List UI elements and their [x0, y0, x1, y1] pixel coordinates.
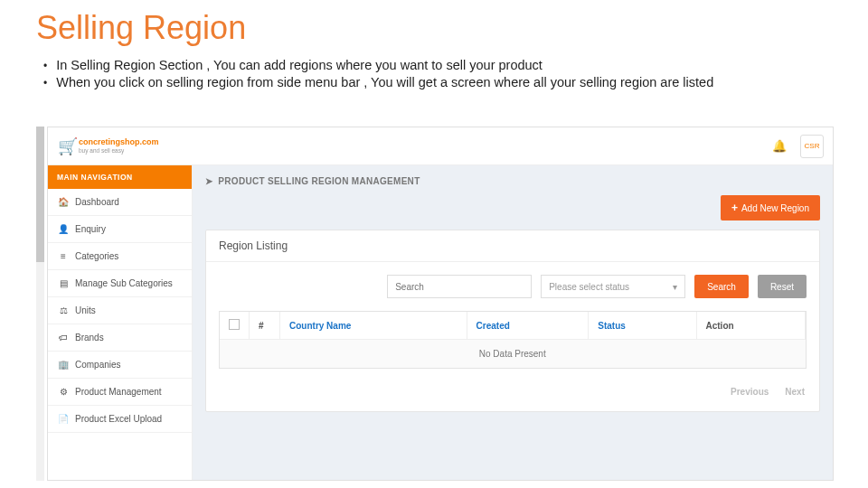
sidebar-item-subcategories[interactable]: ▤Manage Sub Categories — [48, 270, 192, 297]
app-screenshot: 🛒 concretingshop.com buy and sell easy 🔔… — [47, 127, 834, 481]
sidebar-item-label: Categories — [75, 251, 118, 261]
user-icon: 👤 — [57, 224, 70, 234]
select-all-checkbox[interactable] — [229, 319, 240, 330]
table-empty-row: No Data Present — [220, 340, 806, 369]
brand-name: concretingshop.com — [79, 137, 159, 146]
sidebar-item-categories[interactable]: ≡Categories — [48, 243, 192, 270]
column-country[interactable]: Country Name — [280, 312, 467, 340]
column-created[interactable]: Created — [467, 312, 589, 340]
sidebar-item-product-management[interactable]: ⚙Product Management — [48, 379, 192, 406]
column-number: # — [250, 312, 280, 340]
next-page-button[interactable]: Next — [785, 387, 805, 397]
brand-tagline: buy and sell easy — [79, 146, 159, 155]
list-icon: ≡ — [57, 251, 70, 261]
arrow-icon: ➤ — [205, 176, 212, 186]
sidebar-item-dashboard[interactable]: 🏠Dashboard — [48, 189, 192, 216]
card-title: Region Listing — [206, 230, 819, 262]
search-button[interactable]: Search — [694, 275, 749, 298]
app-header: 🛒 concretingshop.com buy and sell easy 🔔… — [48, 127, 833, 165]
sidebar-item-label: Dashboard — [75, 197, 119, 207]
sidebar-item-label: Product Management — [75, 387, 162, 397]
slide-title: Selling Region — [36, 9, 832, 47]
scrollbar-thumb[interactable] — [36, 127, 44, 262]
region-listing-card: Region Listing Please select status ▾ Se… — [205, 230, 820, 412]
plus-icon: + — [731, 202, 738, 214]
search-input[interactable] — [387, 275, 532, 298]
slide-bullets: In Selling Region Section , You can add … — [36, 58, 832, 89]
brand-logo[interactable]: 🛒 concretingshop.com buy and sell easy — [57, 136, 159, 156]
sidebar-item-enquiry[interactable]: 👤Enquiry — [48, 216, 192, 243]
building-icon: 🏢 — [57, 360, 70, 370]
column-status[interactable]: Status — [589, 312, 696, 340]
avatar[interactable]: CSR — [800, 135, 824, 158]
status-select[interactable]: Please select status ▾ — [541, 275, 685, 298]
no-data-message: No Data Present — [220, 340, 806, 369]
page-title: ➤ PRODUCT SELLING REGION MANAGEMENT — [205, 176, 820, 186]
gear-icon: ⚙ — [57, 387, 70, 397]
tag-icon: 🏷 — [57, 333, 70, 343]
region-table: # Country Name Created Status Action No … — [219, 311, 807, 369]
bullet-2: When you click on selling region from si… — [43, 75, 832, 89]
add-new-region-button[interactable]: + Add New Region — [721, 195, 820, 221]
sidebar-item-excel-upload[interactable]: 📄Product Excel Upload — [48, 406, 192, 433]
file-icon: 📄 — [57, 414, 70, 424]
sidebar-item-label: Brands — [75, 333, 104, 343]
sidebar: MAIN NAVIGATION 🏠Dashboard 👤Enquiry ≡Cat… — [48, 165, 193, 480]
toolbar: + Add New Region — [205, 195, 820, 221]
reset-button[interactable]: Reset — [758, 275, 807, 298]
chevron-down-icon: ▾ — [673, 282, 677, 292]
sidebar-item-label: Product Excel Upload — [75, 414, 162, 424]
cart-icon: 🛒 — [57, 136, 79, 156]
sidebar-item-units[interactable]: ⚖Units — [48, 297, 192, 324]
sidebar-item-label: Enquiry — [75, 224, 106, 234]
grid-icon: ▤ — [57, 278, 70, 288]
main-content: ➤ PRODUCT SELLING REGION MANAGEMENT + Ad… — [193, 165, 833, 480]
table-header-row: # Country Name Created Status Action — [220, 312, 806, 340]
sidebar-item-brands[interactable]: 🏷Brands — [48, 324, 192, 352]
page-scrollbar[interactable] — [36, 127, 44, 481]
home-icon: 🏠 — [57, 197, 70, 207]
sidebar-item-label: Companies — [75, 360, 121, 370]
notification-bell-icon[interactable]: 🔔 — [766, 133, 793, 160]
add-button-label: Add New Region — [741, 203, 809, 213]
column-action: Action — [696, 312, 806, 340]
scale-icon: ⚖ — [57, 305, 70, 315]
status-select-label: Please select status — [549, 282, 629, 292]
pagination: Previous Next — [206, 369, 819, 402]
filter-row: Please select status ▾ Search Reset — [206, 262, 819, 311]
bullet-1: In Selling Region Section , You can add … — [43, 58, 832, 72]
sidebar-item-label: Manage Sub Categories — [75, 278, 173, 288]
sidebar-item-label: Units — [75, 305, 96, 315]
sidebar-item-companies[interactable]: 🏢Companies — [48, 352, 192, 379]
page-title-text: PRODUCT SELLING REGION MANAGEMENT — [218, 176, 420, 186]
sidebar-header: MAIN NAVIGATION — [48, 165, 192, 189]
previous-page-button[interactable]: Previous — [731, 387, 769, 397]
